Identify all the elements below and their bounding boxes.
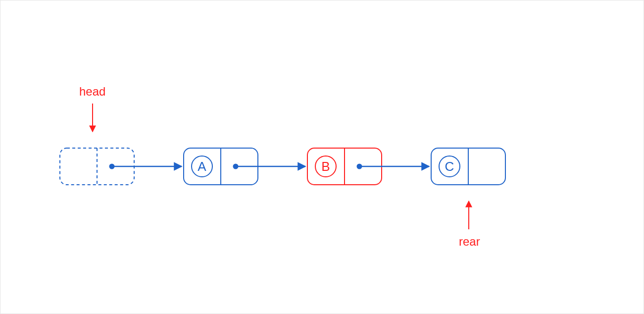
linked-list-diagram: head A B C rear	[0, 0, 644, 314]
node-a-data: A	[198, 159, 206, 174]
diagram-frame: { "labels": { "head": "head", "rear": "r…	[0, 0, 644, 314]
head-label: head	[79, 85, 105, 98]
node-c-data: C	[445, 159, 454, 174]
node-b-data: B	[321, 159, 330, 174]
node-c: C	[431, 148, 505, 185]
rear-label: rear	[459, 235, 480, 248]
